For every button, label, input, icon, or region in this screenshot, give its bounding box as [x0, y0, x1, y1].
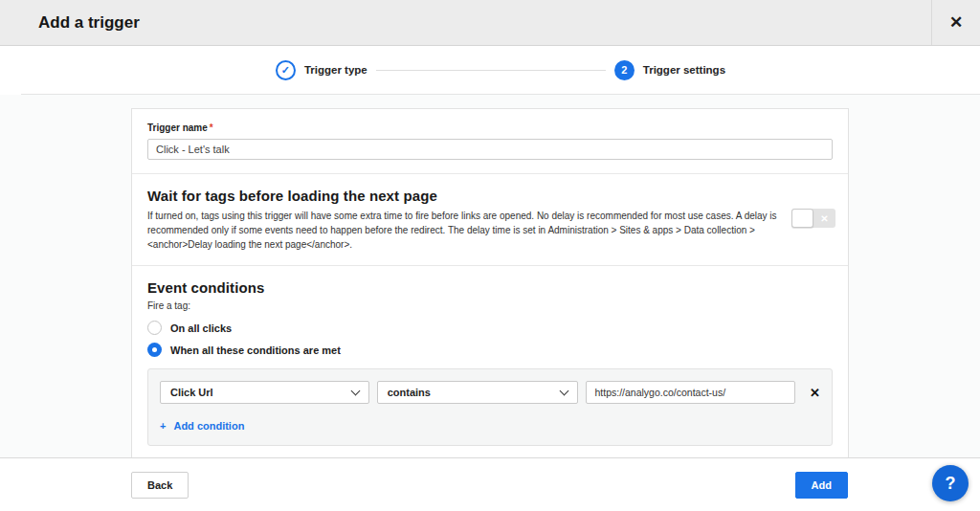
- help-button[interactable]: ?: [932, 465, 969, 501]
- radio-option-conditions-met[interactable]: When all these conditions are met: [147, 343, 833, 357]
- toggle-off-icon: ✕: [813, 209, 835, 228]
- add-trigger-window: Add a trigger ✕ ✓ Trigger type 2 Trigger…: [0, 0, 980, 457]
- stepper-connector-line: [376, 70, 606, 71]
- dialog-content: Trigger name* Wait for tags before loadi…: [0, 95, 980, 457]
- dialog-footer: Back Add: [0, 457, 980, 511]
- question-mark-icon: ?: [946, 474, 956, 494]
- event-conditions-heading: Event conditions: [147, 279, 833, 296]
- dialog-title: Add a trigger: [0, 13, 140, 33]
- wait-for-tags-description: If turned on, tags using this trigger wi…: [147, 209, 808, 252]
- radio-unselected-icon: [147, 321, 162, 335]
- condition-panel: Click Url contains ✕ + Add condition: [147, 368, 833, 446]
- fire-a-tag-label: Fire a tag:: [147, 300, 833, 311]
- remove-condition-icon: ✕: [810, 386, 820, 400]
- step-number-badge: 2: [614, 60, 635, 80]
- trigger-settings-card: Trigger name* Wait for tags before loadi…: [131, 108, 849, 493]
- add-condition-link[interactable]: + Add condition: [160, 420, 820, 432]
- chevron-down-icon: [560, 386, 569, 395]
- dialog-header: Add a trigger ✕: [0, 0, 980, 46]
- step-trigger-settings[interactable]: 2 Trigger settings: [614, 60, 725, 80]
- step-trigger-type-label: Trigger type: [304, 64, 368, 76]
- close-icon: ✕: [949, 12, 963, 33]
- wait-for-tags-section: Wait for tags before loading the next pa…: [132, 173, 848, 265]
- toggle-knob: [791, 209, 813, 228]
- condition-row: Click Url contains ✕: [160, 381, 820, 404]
- radio-option-label: When all these conditions are met: [170, 344, 341, 356]
- step-trigger-settings-label: Trigger settings: [643, 64, 725, 76]
- step-trigger-type[interactable]: ✓ Trigger type: [276, 60, 368, 80]
- condition-operator-value: contains: [388, 387, 562, 398]
- radio-dot: [152, 347, 157, 352]
- wizard-stepper: ✓ Trigger type 2 Trigger settings: [21, 46, 980, 95]
- trigger-name-input[interactable]: [147, 139, 833, 160]
- condition-operator-select[interactable]: contains: [377, 381, 579, 404]
- condition-variable-value: Click Url: [170, 387, 352, 398]
- wait-for-tags-heading: Wait for tags before loading the next pa…: [147, 188, 833, 204]
- plus-icon: +: [160, 420, 166, 432]
- condition-value-input[interactable]: [586, 381, 795, 404]
- add-button[interactable]: Add: [795, 472, 848, 499]
- trigger-name-label: Trigger name*: [147, 122, 833, 133]
- close-button[interactable]: ✕: [931, 0, 980, 45]
- trigger-name-section: Trigger name*: [132, 109, 848, 173]
- required-asterisk: *: [210, 122, 213, 133]
- wait-for-tags-toggle[interactable]: ✕: [791, 209, 835, 228]
- step-done-check-icon: ✓: [276, 60, 296, 80]
- radio-selected-icon: [147, 343, 162, 357]
- back-button[interactable]: Back: [131, 472, 189, 499]
- radio-option-on-all-clicks[interactable]: On all clicks: [147, 321, 833, 335]
- condition-variable-select[interactable]: Click Url: [160, 381, 369, 404]
- add-condition-label: Add condition: [173, 420, 244, 432]
- radio-option-label: On all clicks: [170, 322, 232, 334]
- chevron-down-icon: [350, 386, 360, 395]
- remove-condition-button[interactable]: ✕: [810, 387, 820, 399]
